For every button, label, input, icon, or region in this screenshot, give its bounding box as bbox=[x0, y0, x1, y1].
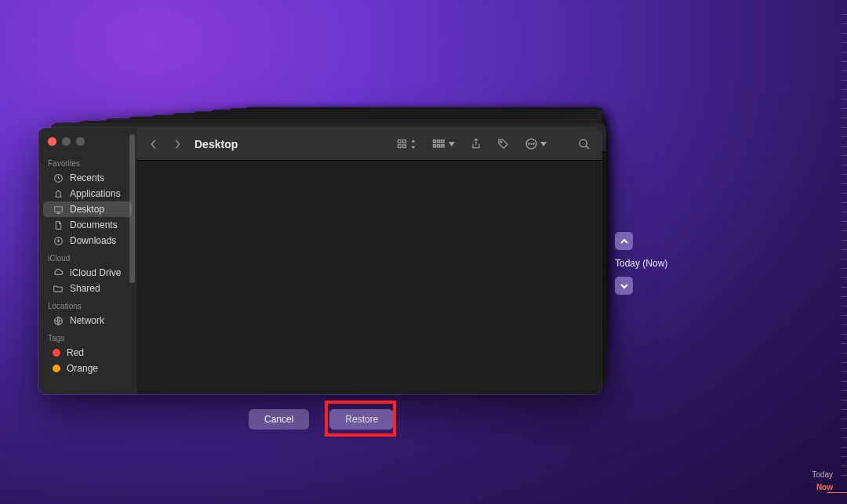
view-toggle-icon[interactable] bbox=[396, 138, 416, 150]
clock-icon bbox=[53, 172, 64, 183]
window-close-button[interactable] bbox=[48, 137, 56, 146]
finder-main: Desktop bbox=[136, 128, 602, 394]
desktop-icon bbox=[53, 204, 64, 215]
sidebar-item-icloud-drive[interactable]: iCloud Drive bbox=[43, 265, 132, 281]
svg-rect-13 bbox=[442, 144, 444, 147]
cloud-icon bbox=[53, 267, 64, 278]
timeline-now-marker bbox=[827, 492, 847, 493]
sidebar-item-label: Red bbox=[67, 347, 84, 358]
search-icon[interactable] bbox=[578, 138, 591, 150]
svg-rect-1 bbox=[54, 206, 62, 212]
document-icon bbox=[53, 219, 64, 230]
sidebar-item-documents[interactable]: Documents bbox=[43, 217, 132, 233]
download-icon bbox=[53, 235, 64, 246]
nav-newer-button[interactable] bbox=[615, 277, 633, 295]
tag-dot-icon bbox=[53, 364, 60, 372]
sidebar-item-label: Network bbox=[70, 315, 104, 326]
window-zoom-button[interactable] bbox=[76, 137, 85, 146]
sidebar-item-desktop[interactable]: Desktop bbox=[43, 201, 132, 217]
svg-point-14 bbox=[500, 141, 502, 143]
cancel-button[interactable]: Cancel bbox=[249, 409, 309, 430]
svg-rect-10 bbox=[442, 140, 444, 142]
svg-rect-6 bbox=[398, 145, 402, 148]
svg-point-17 bbox=[531, 143, 532, 144]
sidebar-item-shared[interactable]: Shared bbox=[43, 281, 132, 296]
back-button[interactable] bbox=[147, 139, 160, 150]
sidebar-item-label: Shared bbox=[70, 283, 100, 294]
sidebar-item-network[interactable]: Network bbox=[43, 313, 132, 328]
svg-rect-4 bbox=[398, 140, 402, 143]
forward-button[interactable] bbox=[171, 139, 184, 150]
sidebar-item-label: Downloads bbox=[70, 235, 116, 246]
globe-icon bbox=[53, 315, 64, 326]
sidebar-item-label: Desktop bbox=[70, 204, 104, 215]
applications-icon bbox=[53, 188, 64, 199]
more-icon[interactable] bbox=[525, 137, 547, 150]
sidebar-item-applications[interactable]: Applications bbox=[43, 186, 132, 201]
sidebar-item-label: Orange bbox=[67, 363, 98, 374]
svg-point-16 bbox=[529, 143, 529, 144]
share-icon[interactable] bbox=[471, 138, 482, 150]
current-snapshot-label: Today (Now) bbox=[615, 258, 667, 269]
svg-rect-9 bbox=[438, 140, 440, 142]
time-machine-nav: Today (Now) bbox=[615, 232, 667, 295]
tags-heading: Tags bbox=[38, 328, 136, 345]
sidebar-tag-orange[interactable]: Orange bbox=[43, 361, 132, 376]
timeline-today-label: Today bbox=[812, 470, 833, 479]
group-by-icon[interactable] bbox=[432, 139, 455, 150]
sidebar-item-label: Recents bbox=[70, 172, 104, 183]
svg-rect-11 bbox=[434, 144, 436, 147]
finder-content-area[interactable] bbox=[136, 161, 602, 394]
finder-sidebar: Favorites Recents Applications Desktop D… bbox=[38, 128, 136, 394]
finder-toolbar: Desktop bbox=[136, 128, 602, 161]
sidebar-tag-red[interactable]: Red bbox=[43, 345, 132, 361]
svg-rect-5 bbox=[403, 140, 406, 143]
sidebar-scrollbar[interactable] bbox=[129, 134, 135, 283]
svg-point-18 bbox=[533, 143, 534, 144]
shared-folder-icon bbox=[53, 283, 64, 294]
timeline-ruler[interactable] bbox=[834, 14, 847, 488]
favorites-heading: Favorites bbox=[38, 154, 136, 170]
sidebar-item-recents[interactable]: Recents bbox=[43, 170, 132, 186]
sidebar-item-label: Documents bbox=[70, 219, 118, 230]
sidebar-item-downloads[interactable]: Downloads bbox=[43, 233, 132, 248]
svg-rect-8 bbox=[434, 140, 436, 142]
window-title: Desktop bbox=[194, 138, 238, 150]
svg-rect-12 bbox=[438, 144, 440, 147]
nav-older-button[interactable] bbox=[615, 232, 633, 250]
timeline-now-label: Now bbox=[816, 483, 833, 491]
sidebar-item-label: iCloud Drive bbox=[70, 267, 121, 278]
svg-rect-7 bbox=[403, 145, 406, 148]
finder-window: Favorites Recents Applications Desktop D… bbox=[38, 127, 602, 395]
sidebar-item-label: Applications bbox=[70, 188, 121, 199]
icloud-heading: iCloud bbox=[38, 248, 136, 265]
svg-point-19 bbox=[580, 140, 587, 147]
window-minimize-button[interactable] bbox=[62, 137, 71, 146]
restore-button[interactable]: Restore bbox=[329, 409, 394, 430]
tag-dot-icon bbox=[53, 349, 60, 357]
tag-icon[interactable] bbox=[497, 138, 509, 150]
locations-heading: Locations bbox=[38, 296, 136, 313]
